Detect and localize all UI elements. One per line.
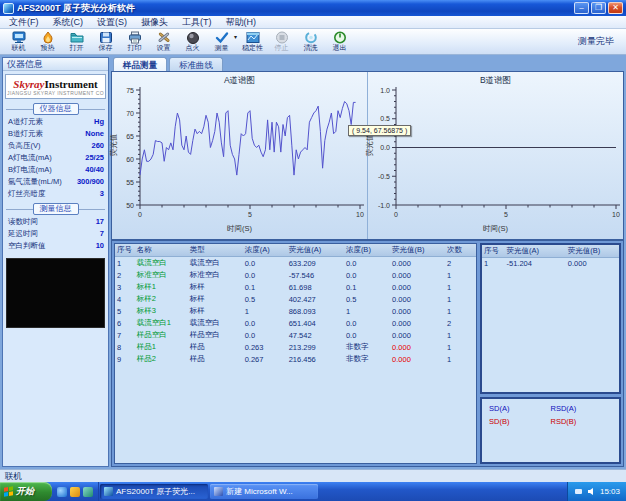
measure-button[interactable]: 测量: [207, 29, 236, 54]
menu-item-2[interactable]: 设置(S): [90, 16, 134, 29]
connect-button[interactable]: 联机: [4, 29, 33, 54]
menu-item-3[interactable]: 摄像头: [134, 16, 175, 29]
table-cell: 0.0: [243, 329, 287, 341]
table-cell: 0.000: [390, 317, 445, 329]
column-header: 序号: [482, 245, 504, 258]
menu-bar: 文件(F)系统(C)设置(S)摄像头工具(T)帮助(H): [0, 16, 626, 29]
svg-text:65: 65: [126, 133, 134, 140]
maximize-button[interactable]: ❐: [591, 2, 606, 14]
table-cell: 1: [445, 281, 476, 293]
table-cell: 2: [445, 317, 476, 329]
measure-dropdown-arrow-icon[interactable]: ▾: [234, 33, 237, 40]
close-button[interactable]: ✕: [608, 2, 623, 14]
measure-info-list: 读数时间17延迟时间7空白判断值10: [3, 216, 108, 252]
tab-standard-curve[interactable]: 标准曲线: [169, 57, 223, 71]
table-row[interactable]: 4标样2标样0.5402.4270.50.0001: [115, 293, 476, 305]
table-cell: 1: [482, 258, 504, 270]
clean-button[interactable]: 清洗: [296, 29, 325, 54]
info-value: 300/900: [77, 177, 104, 187]
info-row: A灯电流(mA)25/25: [3, 152, 108, 164]
table-row[interactable]: 6载流空白1载流空白0.0651.4040.00.0002: [115, 317, 476, 329]
sample-measure-panel: A道谱图 5055606570750510 荧光值 时间(S) B道谱图 -1.…: [111, 71, 624, 467]
preheat-button[interactable]: 预热: [33, 29, 62, 54]
settings-label: 设置: [157, 44, 171, 52]
tab-bar: 样品测量 标准曲线: [111, 57, 624, 71]
open-button[interactable]: 打开: [62, 29, 91, 54]
stability-button[interactable]: 稳定性: [238, 29, 267, 54]
measure-label: 测量: [215, 44, 229, 52]
menu-item-5[interactable]: 帮助(H): [219, 16, 264, 29]
data-point-tooltip: ( 9.54, 67.56875 ): [348, 125, 411, 136]
exit-button[interactable]: 退出: [325, 29, 354, 54]
table-cell: 样品1: [135, 341, 188, 353]
minimize-button[interactable]: –: [574, 2, 589, 14]
info-label: B道灯元素: [8, 129, 43, 139]
exit-label: 退出: [333, 44, 347, 52]
table-cell: 1: [445, 353, 476, 365]
content-area: 样品测量 标准曲线 A道谱图 5055606570750510 荧光值 时间(S…: [111, 57, 624, 467]
column-header: 浓度(B): [344, 244, 390, 257]
reading-values-table: 序号荧光值(A)荧光值(B)1-51.2040.000: [480, 243, 621, 394]
table-row[interactable]: 2标准空白标准空白0.0-57.5460.00.0001: [115, 269, 476, 281]
measure-check-icon: [215, 31, 229, 44]
table-cell: 0.000: [390, 293, 445, 305]
stability-label: 稳定性: [242, 44, 263, 52]
title-bar: AFS2000T 原子荧光分析软件 – ❐ ✕: [0, 0, 626, 16]
table-cell: 0.000: [390, 257, 445, 270]
info-value: 3: [100, 189, 104, 199]
right-column: 序号荧光值(A)荧光值(B)1-51.2040.000 SD(A)RSD(A)S…: [480, 243, 621, 464]
svg-text:60: 60: [126, 156, 134, 163]
table-cell: 0.0: [344, 269, 390, 281]
table-row[interactable]: 5标样3标样1868.09310.0001: [115, 305, 476, 317]
table-cell: -51.204: [504, 258, 565, 270]
open-folder-icon: [70, 31, 84, 44]
menu-item-0[interactable]: 文件(F): [2, 16, 46, 29]
info-label: 读数时间: [8, 217, 38, 227]
taskbar-item-word[interactable]: 新建 Microsoft W...: [210, 484, 318, 499]
table-cell: 216.456: [287, 353, 344, 365]
table-row[interactable]: 7样品空白样品空白0.047.5420.00.0001: [115, 329, 476, 341]
system-tray: 15:03: [567, 482, 626, 501]
start-button[interactable]: 开始: [0, 482, 52, 501]
column-header: 荧光值(B): [390, 244, 445, 257]
info-row: 读数时间17: [3, 216, 108, 228]
table-row[interactable]: 8样品1样品0.263213.299非数字0.0001: [115, 341, 476, 353]
save-button[interactable]: 保存: [91, 29, 120, 54]
table-cell: 0.0: [344, 317, 390, 329]
taskbar: 开始 AFS2000T 原子荧光... 新建 Microsoft W... 15…: [0, 482, 626, 501]
app-icon: [3, 3, 14, 14]
brand-name-skyray: Skyray: [13, 78, 44, 90]
table-cell: 2: [115, 269, 135, 281]
tab-sample-measure[interactable]: 样品测量: [113, 57, 167, 71]
info-row: 负高压(V)260: [3, 140, 108, 152]
table-cell: 6: [115, 317, 135, 329]
settings-button[interactable]: 设置: [149, 29, 178, 54]
ignite-sphere-icon: [186, 31, 200, 44]
table-row[interactable]: 1载流空白载流空白0.0633.2090.00.0002: [115, 257, 476, 270]
info-row: A道灯元素Hg: [3, 116, 108, 128]
quick-launch-shield-icon[interactable]: [70, 487, 80, 497]
table-cell: 载流空白: [188, 257, 243, 270]
instrument-info-list: A道灯元素HgB道灯元素None负高压(V)260A灯电流(mA)25/25B灯…: [3, 116, 108, 200]
quick-launch-browser-icon[interactable]: [57, 487, 67, 497]
table-row[interactable]: 1-51.2040.000: [482, 258, 619, 270]
chart-b-plot[interactable]: -1.0-0.50.00.51.00510: [368, 85, 624, 235]
ignite-button[interactable]: 点火: [178, 29, 207, 54]
preheat-label: 预热: [41, 44, 55, 52]
print-button[interactable]: 打印: [120, 29, 149, 54]
measure-status-text: 测量完毕: [578, 35, 614, 48]
quick-launch-app-icon[interactable]: [83, 487, 93, 497]
menu-item-4[interactable]: 工具(T): [175, 16, 219, 29]
info-value: 17: [96, 217, 104, 227]
table-row[interactable]: 3标样1标样0.161.6980.10.0001: [115, 281, 476, 293]
table-cell: 5: [115, 305, 135, 317]
menu-item-1[interactable]: 系统(C): [46, 16, 91, 29]
chart-a-plot[interactable]: 5055606570750510: [112, 85, 368, 235]
table-row[interactable]: 9样品2样品0.267216.456非数字0.0001: [115, 353, 476, 365]
table-cell: 61.698: [287, 281, 344, 293]
taskbar-item-afs[interactable]: AFS2000T 原子荧光...: [100, 484, 208, 499]
svg-text:70: 70: [126, 110, 134, 117]
settings-tools-icon: [157, 31, 171, 44]
info-row: 氩气流量(mL/M)300/900: [3, 176, 108, 188]
table-cell: 0.267: [243, 353, 287, 365]
